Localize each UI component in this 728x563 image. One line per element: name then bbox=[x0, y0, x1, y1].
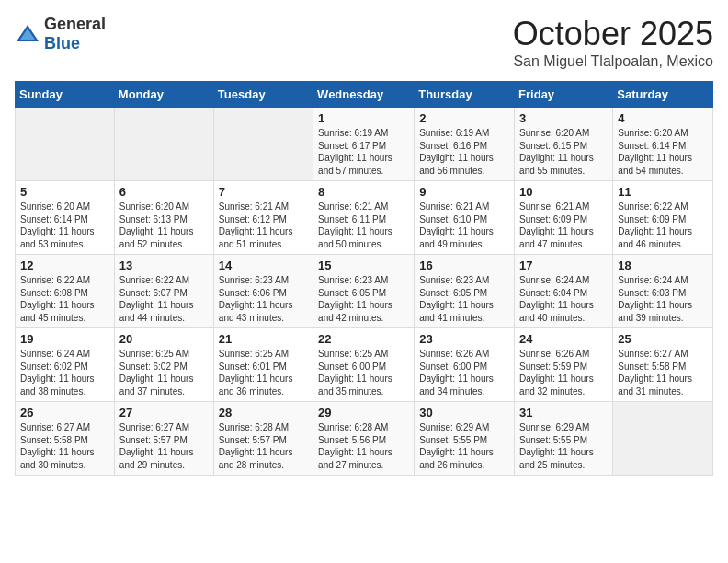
page-header: General Blue October 2025 San Miguel Tla… bbox=[15, 15, 713, 70]
day-number: 18 bbox=[618, 259, 708, 272]
calendar-cell: 9Sunrise: 6:21 AM Sunset: 6:10 PM Daylig… bbox=[415, 181, 515, 255]
weekday-header-friday: Friday bbox=[515, 82, 613, 108]
day-info: Sunrise: 6:21 AM Sunset: 6:10 PM Dayligh… bbox=[419, 201, 509, 250]
weekday-header-tuesday: Tuesday bbox=[213, 82, 313, 108]
calendar-cell: 1Sunrise: 6:19 AM Sunset: 6:17 PM Daylig… bbox=[313, 108, 415, 181]
weekday-header-thursday: Thursday bbox=[415, 82, 515, 108]
calendar-cell: 30Sunrise: 6:29 AM Sunset: 5:55 PM Dayli… bbox=[415, 402, 515, 476]
logo: General Blue bbox=[15, 15, 106, 53]
day-info: Sunrise: 6:26 AM Sunset: 6:00 PM Dayligh… bbox=[419, 348, 509, 397]
day-number: 9 bbox=[419, 185, 509, 199]
calendar-table: SundayMondayTuesdayWednesdayThursdayFrid… bbox=[15, 81, 713, 476]
title-block: October 2025 San Miguel Tlalpoalan, Mexi… bbox=[513, 15, 713, 70]
calendar-cell: 16Sunrise: 6:23 AM Sunset: 6:05 PM Dayli… bbox=[415, 255, 515, 328]
day-info: Sunrise: 6:29 AM Sunset: 5:55 PM Dayligh… bbox=[519, 421, 608, 471]
day-info: Sunrise: 6:23 AM Sunset: 6:06 PM Dayligh… bbox=[219, 274, 308, 324]
calendar-cell: 13Sunrise: 6:22 AM Sunset: 6:07 PM Dayli… bbox=[114, 255, 213, 328]
day-info: Sunrise: 6:27 AM Sunset: 5:58 PM Dayligh… bbox=[20, 421, 109, 471]
day-info: Sunrise: 6:20 AM Sunset: 6:14 PM Dayligh… bbox=[618, 127, 708, 177]
day-info: Sunrise: 6:21 AM Sunset: 6:09 PM Dayligh… bbox=[519, 201, 608, 250]
calendar-cell bbox=[114, 108, 213, 181]
calendar-cell: 10Sunrise: 6:21 AM Sunset: 6:09 PM Dayli… bbox=[515, 181, 613, 255]
day-number: 13 bbox=[119, 259, 209, 272]
day-info: Sunrise: 6:20 AM Sunset: 6:13 PM Dayligh… bbox=[119, 201, 209, 250]
day-number: 12 bbox=[20, 259, 109, 272]
day-info: Sunrise: 6:25 AM Sunset: 6:01 PM Dayligh… bbox=[219, 348, 308, 397]
day-info: Sunrise: 6:23 AM Sunset: 6:05 PM Dayligh… bbox=[318, 274, 409, 324]
day-number: 15 bbox=[318, 259, 409, 272]
day-info: Sunrise: 6:21 AM Sunset: 6:11 PM Dayligh… bbox=[318, 201, 409, 250]
day-number: 11 bbox=[618, 185, 708, 199]
day-number: 28 bbox=[219, 406, 308, 419]
calendar-cell: 12Sunrise: 6:22 AM Sunset: 6:08 PM Dayli… bbox=[16, 255, 115, 328]
location-title: San Miguel Tlalpoalan, Mexico bbox=[513, 53, 713, 70]
logo-icon bbox=[15, 21, 40, 47]
day-number: 6 bbox=[119, 185, 209, 199]
calendar-cell: 29Sunrise: 6:28 AM Sunset: 5:56 PM Dayli… bbox=[313, 402, 415, 476]
calendar-cell: 28Sunrise: 6:28 AM Sunset: 5:57 PM Dayli… bbox=[213, 402, 313, 476]
day-number: 8 bbox=[318, 185, 409, 199]
day-info: Sunrise: 6:19 AM Sunset: 6:16 PM Dayligh… bbox=[419, 127, 509, 177]
day-number: 29 bbox=[318, 406, 409, 419]
day-number: 19 bbox=[20, 332, 109, 346]
day-info: Sunrise: 6:24 AM Sunset: 6:03 PM Dayligh… bbox=[618, 274, 708, 324]
calendar-cell: 2Sunrise: 6:19 AM Sunset: 6:16 PM Daylig… bbox=[415, 108, 515, 181]
calendar-cell: 6Sunrise: 6:20 AM Sunset: 6:13 PM Daylig… bbox=[114, 181, 213, 255]
calendar-cell: 4Sunrise: 6:20 AM Sunset: 6:14 PM Daylig… bbox=[613, 108, 713, 181]
day-number: 4 bbox=[618, 111, 708, 125]
day-number: 14 bbox=[219, 259, 308, 272]
day-number: 25 bbox=[618, 332, 708, 346]
day-number: 2 bbox=[419, 111, 509, 125]
day-info: Sunrise: 6:27 AM Sunset: 5:57 PM Dayligh… bbox=[119, 421, 209, 471]
day-info: Sunrise: 6:27 AM Sunset: 5:58 PM Dayligh… bbox=[618, 348, 708, 397]
day-number: 3 bbox=[519, 111, 608, 125]
day-number: 31 bbox=[519, 406, 608, 419]
day-info: Sunrise: 6:22 AM Sunset: 6:09 PM Dayligh… bbox=[618, 201, 708, 250]
calendar-week-row: 1Sunrise: 6:19 AM Sunset: 6:17 PM Daylig… bbox=[16, 108, 713, 181]
day-info: Sunrise: 6:29 AM Sunset: 5:55 PM Dayligh… bbox=[419, 421, 509, 471]
calendar-cell: 23Sunrise: 6:26 AM Sunset: 6:00 PM Dayli… bbox=[415, 328, 515, 402]
weekday-header-wednesday: Wednesday bbox=[313, 82, 415, 108]
calendar-cell: 25Sunrise: 6:27 AM Sunset: 5:58 PM Dayli… bbox=[613, 328, 713, 402]
weekday-header-row: SundayMondayTuesdayWednesdayThursdayFrid… bbox=[16, 82, 713, 108]
day-info: Sunrise: 6:21 AM Sunset: 6:12 PM Dayligh… bbox=[219, 201, 308, 250]
calendar-cell bbox=[16, 108, 115, 181]
weekday-header-saturday: Saturday bbox=[613, 82, 713, 108]
day-info: Sunrise: 6:19 AM Sunset: 6:17 PM Dayligh… bbox=[318, 127, 409, 177]
calendar-cell: 21Sunrise: 6:25 AM Sunset: 6:01 PM Dayli… bbox=[213, 328, 313, 402]
day-number: 30 bbox=[419, 406, 509, 419]
logo-general: General bbox=[44, 15, 106, 33]
day-number: 7 bbox=[219, 185, 308, 199]
day-info: Sunrise: 6:20 AM Sunset: 6:14 PM Dayligh… bbox=[20, 201, 109, 250]
month-title: October 2025 bbox=[513, 15, 713, 53]
calendar-week-row: 5Sunrise: 6:20 AM Sunset: 6:14 PM Daylig… bbox=[16, 181, 713, 255]
day-info: Sunrise: 6:26 AM Sunset: 5:59 PM Dayligh… bbox=[519, 348, 608, 397]
calendar-cell: 22Sunrise: 6:25 AM Sunset: 6:00 PM Dayli… bbox=[313, 328, 415, 402]
calendar-week-row: 12Sunrise: 6:22 AM Sunset: 6:08 PM Dayli… bbox=[16, 255, 713, 328]
day-number: 5 bbox=[20, 185, 109, 199]
day-number: 10 bbox=[519, 185, 608, 199]
calendar-cell: 26Sunrise: 6:27 AM Sunset: 5:58 PM Dayli… bbox=[16, 402, 115, 476]
calendar-cell: 24Sunrise: 6:26 AM Sunset: 5:59 PM Dayli… bbox=[515, 328, 613, 402]
calendar-cell bbox=[213, 108, 313, 181]
calendar-cell: 19Sunrise: 6:24 AM Sunset: 6:02 PM Dayli… bbox=[16, 328, 115, 402]
calendar-cell: 3Sunrise: 6:20 AM Sunset: 6:15 PM Daylig… bbox=[515, 108, 613, 181]
day-number: 24 bbox=[519, 332, 608, 346]
calendar-cell: 20Sunrise: 6:25 AM Sunset: 6:02 PM Dayli… bbox=[114, 328, 213, 402]
day-number: 17 bbox=[519, 259, 608, 272]
day-number: 23 bbox=[419, 332, 509, 346]
day-info: Sunrise: 6:20 AM Sunset: 6:15 PM Dayligh… bbox=[519, 127, 608, 177]
day-info: Sunrise: 6:22 AM Sunset: 6:08 PM Dayligh… bbox=[20, 274, 109, 324]
day-info: Sunrise: 6:28 AM Sunset: 5:57 PM Dayligh… bbox=[219, 421, 308, 471]
day-number: 22 bbox=[318, 332, 409, 346]
calendar-cell: 7Sunrise: 6:21 AM Sunset: 6:12 PM Daylig… bbox=[213, 181, 313, 255]
calendar-week-row: 26Sunrise: 6:27 AM Sunset: 5:58 PM Dayli… bbox=[16, 402, 713, 476]
day-info: Sunrise: 6:23 AM Sunset: 6:05 PM Dayligh… bbox=[419, 274, 509, 324]
calendar-cell: 11Sunrise: 6:22 AM Sunset: 6:09 PM Dayli… bbox=[613, 181, 713, 255]
day-info: Sunrise: 6:25 AM Sunset: 6:02 PM Dayligh… bbox=[119, 348, 209, 397]
calendar-week-row: 19Sunrise: 6:24 AM Sunset: 6:02 PM Dayli… bbox=[16, 328, 713, 402]
day-info: Sunrise: 6:22 AM Sunset: 6:07 PM Dayligh… bbox=[119, 274, 209, 324]
calendar-cell: 14Sunrise: 6:23 AM Sunset: 6:06 PM Dayli… bbox=[213, 255, 313, 328]
day-number: 1 bbox=[318, 111, 409, 125]
weekday-header-monday: Monday bbox=[114, 82, 213, 108]
